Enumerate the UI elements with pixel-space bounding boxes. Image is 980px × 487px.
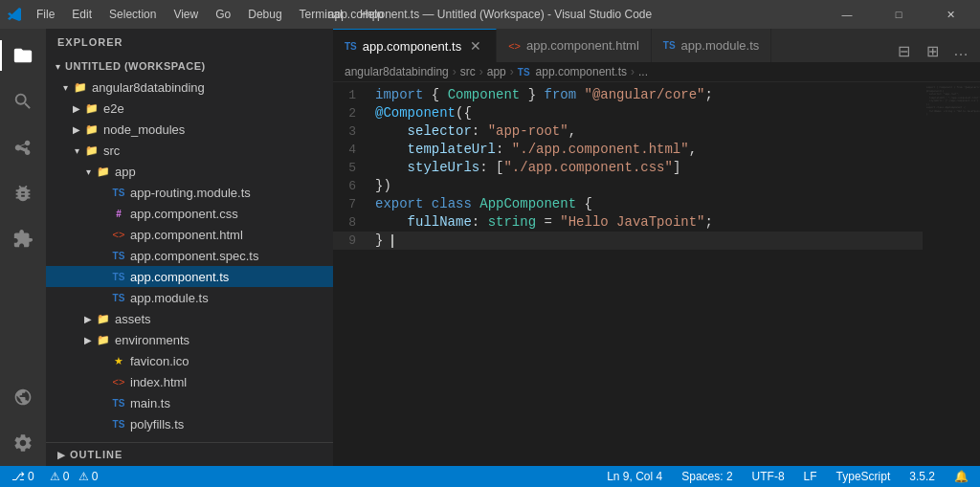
file-app-module[interactable]: TS app.module.ts: [46, 287, 333, 308]
minimap-content: import { Component } from "@angular/core…: [926, 86, 976, 117]
bc-part-4[interactable]: app.component.ts: [536, 65, 627, 78]
status-errors[interactable]: ⚠ 0 ⚠ 0: [46, 470, 102, 483]
menu-item-debug[interactable]: Debug: [240, 6, 289, 23]
label-assets: assets: [115, 312, 151, 326]
folder-icon-assets: 📁: [96, 311, 111, 326]
file-app-routing[interactable]: TS app-routing.module.ts: [46, 182, 333, 203]
label-e2e: e2e: [103, 101, 124, 116]
menu-item-file[interactable]: File: [29, 6, 62, 23]
ts-icon-routing: TS: [111, 185, 126, 200]
toggle-layout-button[interactable]: ⊞: [921, 39, 944, 62]
tab-app-module[interactable]: TS app.module.ts: [652, 29, 771, 62]
outline-section: ▶ OUTLINE: [46, 442, 333, 466]
status-language[interactable]: TypeScript: [833, 470, 895, 483]
arrow-node: ▶: [69, 124, 84, 135]
extensions-icon[interactable]: [0, 216, 46, 262]
tab-app-html[interactable]: <> app.component.html: [497, 29, 652, 62]
minimize-button[interactable]: —: [825, 0, 869, 29]
code-line-5: 5 styleUrls: ["./app.component.css"]: [333, 159, 923, 177]
version-label: 3.5.2: [909, 470, 935, 483]
folder-node-modules[interactable]: ▶ 📁 node_modules: [46, 119, 333, 140]
label-src: src: [103, 144, 120, 158]
label-node: node_modules: [103, 122, 185, 137]
status-bar: ⎇ 0 ⚠ 0 ⚠ 0 Ln 9, Col 4 Spaces: 2 UTF-8 …: [0, 466, 980, 487]
file-app-css[interactable]: # app.component.css: [46, 203, 333, 224]
tab-actions: ⊟ ⊞ …: [884, 39, 980, 62]
spaces-label: Spaces: 2: [681, 470, 732, 483]
label-app: app: [115, 165, 136, 179]
code-line-2: 2 @Component({: [333, 104, 923, 122]
folder-environments[interactable]: ▶ 📁 environments: [46, 329, 333, 350]
bc-sep-1: ›: [453, 65, 457, 78]
bc-part-2[interactable]: src: [460, 65, 476, 78]
bc-part-3[interactable]: app: [487, 65, 506, 78]
file-polyfills-ts[interactable]: TS polyfills.ts: [46, 413, 333, 434]
label-environments: environments: [115, 333, 189, 347]
folder-angular8databinding[interactable]: ▾ 📁 angular8databinding: [46, 77, 333, 98]
cursor-pos-label: Ln 9, Col 4: [607, 470, 662, 483]
files-icon[interactable]: [0, 33, 46, 78]
tab-close-1[interactable]: ✕: [467, 37, 484, 55]
bell-icon: 🔔: [954, 470, 969, 483]
debug-icon[interactable]: [0, 170, 46, 216]
menu-item-go[interactable]: Go: [208, 6, 238, 23]
main-area: EXPLORER ▾ UNTITLED (WORKSPACE) ▾ 📁 angu…: [0, 29, 980, 466]
folder-src[interactable]: ▾ 📁 src: [46, 140, 333, 161]
status-version[interactable]: 3.5.2: [905, 470, 939, 483]
label-angular8: angular8databinding: [92, 80, 205, 95]
label-app-ts: app.component.ts: [130, 270, 229, 284]
menu-item-view[interactable]: View: [166, 6, 206, 23]
source-control-icon[interactable]: [0, 124, 46, 170]
arrow-e2e: ▶: [69, 103, 84, 114]
split-editor-button[interactable]: ⊟: [892, 39, 915, 62]
ts-icon-spec: TS: [111, 248, 126, 263]
tab-app-ts[interactable]: TS app.component.ts ✕: [333, 29, 497, 62]
cursor: [391, 234, 393, 248]
file-tree: ▾ UNTITLED (WORKSPACE) ▾ 📁 angular8datab…: [46, 55, 333, 442]
folder-icon-e2e: 📁: [84, 100, 100, 116]
bc-part-5[interactable]: ...: [638, 65, 648, 78]
file-favicon[interactable]: ★ favicon.ico: [46, 350, 333, 371]
file-main-ts[interactable]: TS main.ts: [46, 392, 333, 413]
arrow-src: ▾: [69, 145, 84, 156]
menu-item-selection[interactable]: Selection: [101, 6, 164, 23]
line-content-1: import { Component } from "@angular/core…: [375, 86, 919, 104]
outline-title[interactable]: ▶ OUTLINE: [46, 443, 333, 466]
tab-ts-icon-3: TS: [663, 40, 676, 51]
more-actions-button[interactable]: …: [949, 39, 972, 62]
status-cursor[interactable]: Ln 9, Col 4: [603, 470, 666, 483]
status-bell[interactable]: 🔔: [950, 470, 972, 483]
tab-bar: TS app.component.ts ✕ <> app.component.h…: [333, 29, 980, 62]
css-icon: #: [111, 206, 126, 221]
workspace-label: UNTITLED (WORKSPACE): [65, 60, 206, 72]
search-icon[interactable]: [0, 78, 46, 124]
file-index-html[interactable]: <> index.html: [46, 371, 333, 392]
file-app-html[interactable]: <> app.component.html: [46, 224, 333, 245]
code-editor[interactable]: 1 import { Component } from "@angular/co…: [333, 82, 923, 466]
status-branch[interactable]: ⎇ 0: [8, 470, 38, 483]
status-spaces[interactable]: Spaces: 2: [678, 470, 736, 483]
line-num-2: 2: [337, 104, 375, 122]
code-line-3: 3 selector: "app-root",: [333, 122, 923, 141]
ts-icon-main: TS: [111, 395, 126, 410]
restore-button[interactable]: □: [877, 0, 921, 29]
close-button[interactable]: ✕: [928, 0, 972, 29]
line-content-4: templateUrl: "./app.component.html",: [375, 141, 919, 159]
folder-e2e[interactable]: ▶ 📁 e2e: [46, 98, 333, 119]
branch-icon: ⎇: [11, 470, 25, 483]
bc-part-1[interactable]: angular8databinding: [345, 65, 449, 78]
menu-item-edit[interactable]: Edit: [64, 6, 100, 23]
status-encoding[interactable]: UTF-8: [748, 470, 789, 483]
file-app-ts[interactable]: TS app.component.ts: [46, 266, 333, 287]
folder-app[interactable]: ▾ 📁 app: [46, 161, 333, 182]
workspace-root[interactable]: ▾ UNTITLED (WORKSPACE): [46, 55, 333, 77]
file-app-spec[interactable]: TS app.component.spec.ts: [46, 245, 333, 266]
code-line-6: 6 }): [333, 177, 923, 195]
folder-assets[interactable]: ▶ 📁 assets: [46, 308, 333, 329]
bc-sep-4: ›: [631, 65, 635, 78]
settings-icon[interactable]: [0, 420, 46, 466]
remote-icon[interactable]: [0, 374, 46, 420]
line-num-8: 8: [337, 213, 375, 232]
status-eol[interactable]: LF: [800, 470, 821, 483]
arrow-app: ▾: [80, 166, 96, 177]
